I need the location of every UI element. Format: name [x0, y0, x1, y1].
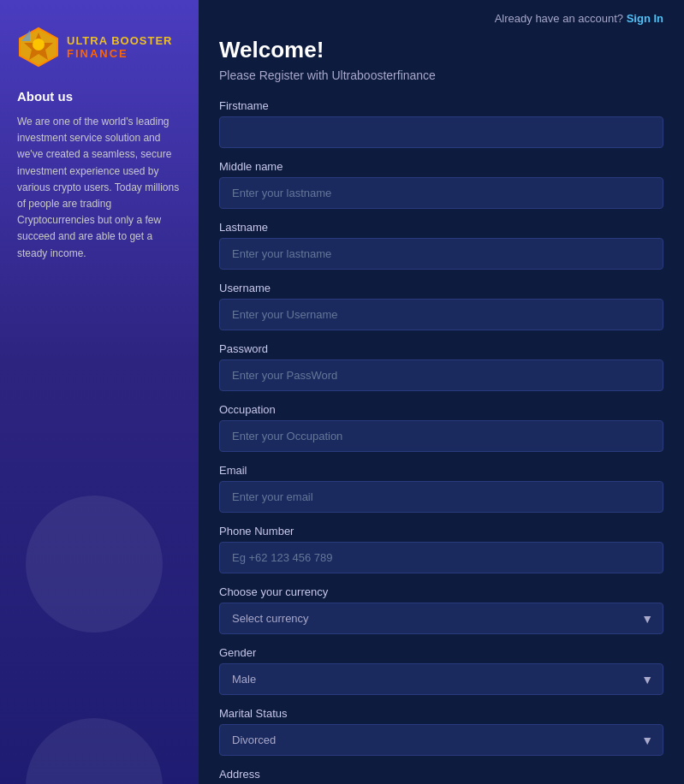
currency-select[interactable]: Select currency USD EUR GBP IDR [219, 603, 663, 634]
phone-group: Phone Number [219, 525, 663, 573]
phone-label: Phone Number [219, 525, 663, 538]
logo-text: ULTRA BOOSTER FINANCE [67, 34, 173, 60]
about-us-text: We are one of the world's leading invest… [17, 114, 181, 262]
address-group: Address [219, 768, 663, 784]
welcome-subtitle: Please Register with Ultraboosterfinance [219, 68, 663, 82]
top-bar: Already have an account? Sign In [199, 0, 684, 37]
email-label: Email [219, 464, 663, 477]
middlename-label: Middle name [219, 160, 663, 173]
address-label: Address [219, 768, 663, 781]
occupation-group: Occupation [219, 403, 663, 452]
svg-point-2 [33, 39, 45, 50]
firstname-group: Firstname [219, 99, 663, 148]
firstname-label: Firstname [219, 99, 663, 112]
registration-form: Welcome! Please Register with Ultraboost… [199, 37, 684, 784]
marital-select-wrapper: Single Married Divorced Widowed ▼ [219, 724, 663, 756]
currency-select-wrapper: Select currency USD EUR GBP IDR ▼ [219, 603, 663, 634]
main-content: Already have an account? Sign In Welcome… [199, 0, 684, 784]
sign-in-link[interactable]: Sign In [627, 12, 663, 25]
lastname-input[interactable] [219, 238, 663, 270]
currency-label: Choose your currency [219, 585, 663, 598]
username-input[interactable] [219, 299, 663, 330]
currency-group: Choose your currency Select currency USD… [219, 585, 663, 634]
middlename-group: Middle name [219, 160, 663, 209]
lastname-label: Lastname [219, 221, 663, 234]
password-label: Password [219, 342, 663, 355]
password-input[interactable] [219, 359, 663, 391]
lastname-group: Lastname [219, 221, 663, 270]
gender-group: Gender Male Female Other ▼ [219, 646, 663, 695]
username-group: Username [219, 282, 663, 330]
gender-select[interactable]: Male Female Other [219, 663, 663, 695]
logo-area: ULTRA BOOSTER FINANCE [17, 26, 181, 68]
phone-input[interactable] [219, 542, 663, 573]
middlename-input[interactable] [219, 177, 663, 209]
about-us-title: About us [17, 89, 181, 104]
username-label: Username [219, 282, 663, 294]
sidebar: ULTRA BOOSTER FINANCE About us We are on… [0, 0, 199, 784]
email-group: Email [219, 464, 663, 513]
marital-select[interactable]: Single Married Divorced Widowed [219, 724, 663, 756]
firstname-input[interactable] [219, 116, 663, 148]
gender-label: Gender [219, 646, 663, 659]
already-account-text: Already have an account? [495, 12, 623, 25]
email-input[interactable] [219, 481, 663, 513]
welcome-title: Welcome! [219, 37, 663, 63]
marital-label: Marital Status [219, 707, 663, 720]
marital-group: Marital Status Single Married Divorced W… [219, 707, 663, 756]
password-group: Password [219, 342, 663, 391]
gender-select-wrapper: Male Female Other ▼ [219, 663, 663, 695]
occupation-input[interactable] [219, 420, 663, 452]
logo-icon [17, 26, 60, 68]
occupation-label: Occupation [219, 403, 663, 416]
